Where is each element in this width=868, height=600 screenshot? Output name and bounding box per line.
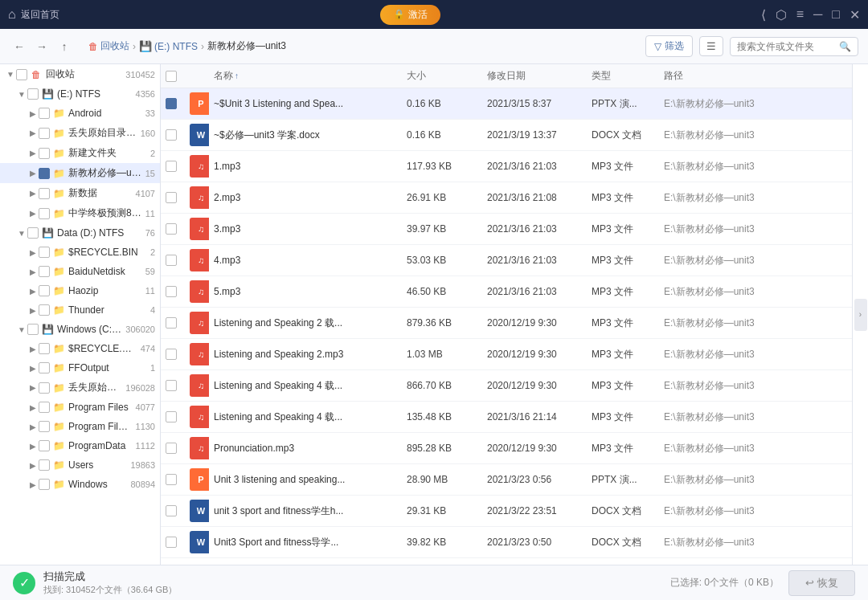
tree-checkbox-exam[interactable] xyxy=(39,208,50,219)
tree-checkbox-baidu[interactable] xyxy=(39,266,50,277)
expand-icon-thunder[interactable]: ▶ xyxy=(27,304,39,316)
file-row-checkbox[interactable] xyxy=(161,98,185,109)
tree-checkbox-android[interactable] xyxy=(39,108,50,119)
tree-checkbox-e-ntfs[interactable] xyxy=(27,88,39,100)
expand-icon-android[interactable]: ▶ xyxy=(27,108,39,119)
sidebar-item-android[interactable]: ▶📁Android33 xyxy=(0,104,160,123)
expand-icon-lost-files[interactable]: ▶ xyxy=(27,128,39,139)
header-path[interactable]: 路径 xyxy=(659,69,852,83)
file-row[interactable]: WUnit3 Sport and fitness导学...39.82 KB202… xyxy=(161,527,852,558)
sidebar-item-program-files-x86[interactable]: ▶📁Program Files (x86)1130 xyxy=(0,417,160,436)
expand-icon-program-files-x86[interactable]: ▶ xyxy=(27,421,39,432)
sidebar-item-new-folder[interactable]: ▶📁新建文件夹2 xyxy=(0,143,160,163)
sidebar-item-lost-c[interactable]: ▶📁丢失原始目录的...196028 xyxy=(0,378,160,398)
scroll-right-button[interactable]: › xyxy=(854,299,867,331)
search-icon[interactable]: 🔍 xyxy=(839,41,851,52)
expand-icon-d-ntfs[interactable]: ▼ xyxy=(16,227,27,239)
tree-checkbox-windows[interactable] xyxy=(39,479,50,490)
expand-icon-c-ntfs[interactable]: ▼ xyxy=(16,324,27,335)
file-row-checkbox[interactable] xyxy=(161,286,185,297)
expand-icon-new-data[interactable]: ▶ xyxy=(27,188,39,199)
tree-checkbox-recycle-c[interactable] xyxy=(39,343,50,354)
expand-icon-ffoutput[interactable]: ▶ xyxy=(27,362,39,373)
file-row[interactable]: ♫Listening and Speaking 2 载...879.36 KB2… xyxy=(161,308,852,339)
tree-checkbox-recycle[interactable] xyxy=(16,69,27,80)
breadcrumb-recycle[interactable]: 🗑 回收站 xyxy=(88,39,129,53)
file-row-checkbox[interactable] xyxy=(161,505,185,516)
expand-icon-lost-c[interactable]: ▶ xyxy=(27,382,39,394)
expand-icon-new-folder[interactable]: ▶ xyxy=(27,148,39,159)
tree-checkbox-ffoutput[interactable] xyxy=(39,362,50,373)
sidebar-item-c-ntfs[interactable]: ▼💾Windows (C:) NT...306020 xyxy=(0,320,160,339)
file-row-checkbox[interactable] xyxy=(161,411,185,422)
filter-button[interactable]: ▽ 筛选 xyxy=(645,35,693,57)
file-row[interactable]: ♫Listening and Speaking 4 载...135.48 KB2… xyxy=(161,402,852,433)
file-row-checkbox[interactable] xyxy=(161,129,185,141)
header-type[interactable]: 类型 xyxy=(587,69,659,83)
sidebar-item-programdata[interactable]: ▶📁ProgramData1112 xyxy=(0,436,160,455)
file-row[interactable]: PUnit 3 listening and speaking...28.90 M… xyxy=(161,464,852,496)
expand-icon-program-files[interactable]: ▶ xyxy=(27,402,39,413)
back-home-button[interactable]: ⌂ 返回首页 xyxy=(8,7,59,22)
menu-icon[interactable]: ≡ xyxy=(796,7,804,22)
expand-icon-haozip[interactable]: ▶ xyxy=(27,285,39,296)
maximize-button[interactable]: □ xyxy=(832,7,840,22)
file-row[interactable]: ♫2.mp326.91 KB2021/3/16 21:08MP3 文件E:\新教… xyxy=(161,182,852,214)
file-row-checkbox[interactable] xyxy=(161,317,185,329)
file-row[interactable]: ♫Pronunciation.mp3895.28 KB2020/12/19 9:… xyxy=(161,433,852,464)
tree-checkbox-haozip[interactable] xyxy=(39,285,50,296)
sidebar-item-d-ntfs[interactable]: ▼💾Data (D:) NTFS76 xyxy=(0,223,160,243)
sidebar-item-recycle-bin-d[interactable]: ▶📁$RECYCLE.BIN2 xyxy=(0,243,160,262)
file-row[interactable]: W~$必修—unit3 学案.docx0.16 KB2021/3/19 13:3… xyxy=(161,120,852,151)
file-row[interactable]: ♫3.mp339.97 KB2021/3/16 21:03MP3 文件E:\新教… xyxy=(161,214,852,245)
sidebar-item-exam[interactable]: ▶📁中学终极预测8套卷11 xyxy=(0,203,160,223)
expand-icon-recycle[interactable]: ▼ xyxy=(5,69,16,80)
close-button[interactable]: ✕ xyxy=(850,7,860,22)
file-row-checkbox[interactable] xyxy=(161,537,185,548)
file-row-checkbox[interactable] xyxy=(161,192,185,203)
tree-checkbox-programdata[interactable] xyxy=(39,440,50,451)
back-button[interactable]: ← xyxy=(10,37,29,56)
up-button[interactable]: ↑ xyxy=(55,37,74,56)
expand-icon-recycle-bin-d[interactable]: ▶ xyxy=(27,247,39,258)
file-row[interactable]: ♫5.mp346.50 KB2021/3/16 21:03MP3 文件E:\新教… xyxy=(161,276,852,308)
sidebar-item-haozip[interactable]: ▶📁Haozip11 xyxy=(0,281,160,300)
sidebar-item-e-ntfs[interactable]: ▼💾(E:) NTFS4356 xyxy=(0,84,160,104)
activate-button[interactable]: 🔒 激活 xyxy=(380,5,440,25)
tree-checkbox-lost-c[interactable] xyxy=(39,382,50,394)
sidebar-item-program-files[interactable]: ▶📁Program Files4077 xyxy=(0,398,160,417)
expand-icon-users[interactable]: ▶ xyxy=(27,459,39,471)
expand-icon-recycle-c[interactable]: ▶ xyxy=(27,343,39,354)
export-icon[interactable]: ⬡ xyxy=(776,7,787,22)
sidebar-item-windows[interactable]: ▶📁Windows80894 xyxy=(0,475,160,494)
sidebar-item-users[interactable]: ▶📁Users19863 xyxy=(0,455,160,475)
sidebar-item-thunder[interactable]: ▶📁Thunder4 xyxy=(0,300,160,320)
breadcrumb-drive[interactable]: 💾 (E:) NTFS xyxy=(139,40,198,52)
file-row[interactable]: ♫Listening and Speaking 2.mp31.03 MB2020… xyxy=(161,339,852,370)
forward-button[interactable]: → xyxy=(32,37,51,56)
file-row-checkbox[interactable] xyxy=(161,443,185,454)
file-row[interactable]: P~$Unit 3 Listening and Spea...0.16 KB20… xyxy=(161,88,852,120)
view-toggle-button[interactable]: ☰ xyxy=(699,36,723,56)
file-row-checkbox[interactable] xyxy=(161,380,185,391)
sidebar-item-unit3[interactable]: ▶📁新教材必修—unit315 xyxy=(0,163,160,183)
file-row-checkbox[interactable] xyxy=(161,223,185,235)
file-row[interactable]: Wunit 3 sport and fitness学生h...29.31 KB2… xyxy=(161,496,852,527)
sidebar-item-recycle[interactable]: ▼🗑回收站310452 xyxy=(0,64,160,84)
tree-checkbox-new-folder[interactable] xyxy=(39,148,50,159)
tree-checkbox-users[interactable] xyxy=(39,459,50,471)
sidebar-item-lost-files[interactable]: ▶📁丢失原始目录的文件160 xyxy=(0,123,160,143)
share-icon[interactable]: ⟨ xyxy=(761,7,766,22)
sidebar-item-baidu[interactable]: ▶📁BaiduNetdisk59 xyxy=(0,262,160,281)
file-row-checkbox[interactable] xyxy=(161,349,185,360)
tree-checkbox-program-files-x86[interactable] xyxy=(39,421,50,432)
sidebar-item-ffoutput[interactable]: ▶📁FFOutput1 xyxy=(0,358,160,378)
expand-icon-programdata[interactable]: ▶ xyxy=(27,440,39,451)
file-row-checkbox[interactable] xyxy=(161,474,185,485)
expand-icon-baidu[interactable]: ▶ xyxy=(27,266,39,277)
header-date[interactable]: 修改日期 xyxy=(482,69,587,83)
tree-checkbox-lost-files[interactable] xyxy=(39,128,50,139)
file-row-checkbox[interactable] xyxy=(161,255,185,266)
header-name[interactable]: 名称 ↑ xyxy=(209,69,402,83)
expand-icon-exam[interactable]: ▶ xyxy=(27,208,39,219)
